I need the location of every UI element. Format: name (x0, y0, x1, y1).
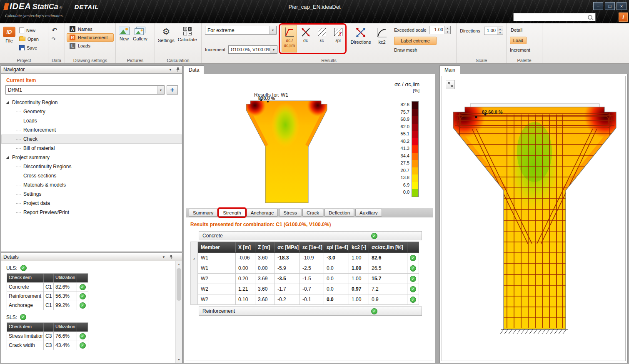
tab-auxiliary[interactable]: Auxiliary (355, 209, 382, 217)
collapse-arrow-icon[interactable]: ▼ (162, 255, 165, 259)
scroll-up-icon[interactable]: ▲ (176, 261, 182, 267)
tree-item-materials-models[interactable]: Materials & models (1, 180, 182, 189)
tree-item-settings[interactable]: Settings (1, 189, 182, 199)
collapse-arrow-icon[interactable]: ▼ (169, 68, 172, 72)
new-project-button[interactable]: New (17, 26, 40, 34)
tree-item-project-summary[interactable]: Project summary (1, 153, 182, 162)
tree-item-reinforcement[interactable]: Reinforcement (1, 125, 182, 135)
table-row[interactable]: W2 1.21 3.60 -1.7 -0.7 0.0 0.97 7.2 ✓ (198, 284, 419, 294)
table-row[interactable]: Concrete C1 82.6% ✓ (7, 283, 88, 292)
sigma-c-button[interactable]: σc (298, 25, 313, 52)
tab-crack[interactable]: Crack (302, 209, 323, 217)
reinforcement-toggle[interactable]: R Reinforcement (67, 33, 114, 42)
pin-icon[interactable] (176, 67, 180, 72)
palette-load-button[interactable]: Load (510, 37, 527, 44)
tree-expander-icon[interactable] (6, 101, 9, 104)
directions-button[interactable]: Directions (350, 25, 372, 52)
section-concrete[interactable]: Concrete ✓ (199, 231, 422, 240)
undo-button[interactable]: ↶ (50, 26, 63, 34)
pin-icon[interactable] (169, 254, 173, 259)
maximize-button[interactable]: □ (605, 2, 615, 10)
names-toggle[interactable]: A Names (67, 25, 114, 33)
cell: 99.2% (54, 301, 77, 310)
pier-reinforcement-figure[interactable] (450, 102, 619, 337)
tree-expander-icon[interactable] (6, 156, 9, 159)
file-button[interactable]: ID File (2, 25, 17, 57)
search-input[interactable] (515, 14, 588, 20)
picture-new-button[interactable]: New (117, 25, 131, 57)
epsilon-pl-icon: ! (333, 27, 344, 38)
table-row[interactable]: W2 0.10 3.60 -0.2 -0.1 0.0 1.00 0.9 ✓ (198, 294, 419, 305)
sigma-ratio-button[interactable]: σc / σc,lim (282, 25, 297, 52)
epsilon-c-button[interactable]: εc (314, 25, 329, 52)
tree-item-discontinuity-regions[interactable]: Discontinuity Regions (1, 162, 182, 171)
calculate-button[interactable]: Calculate (177, 25, 198, 57)
draw-mesh-button[interactable]: Draw mesh (394, 47, 417, 52)
tab-data[interactable]: Data (184, 65, 204, 74)
row-selector-column[interactable]: › (190, 242, 198, 305)
tree-item-report-preview-print[interactable]: Report Preview/Print (1, 208, 182, 217)
save-button[interactable]: Save (17, 44, 40, 52)
tree-item-check[interactable]: Check (1, 135, 182, 144)
tab-anchorage[interactable]: Anchorage (247, 209, 278, 217)
exceeded-scale-spinner[interactable]: 1.00 ▲▼ (429, 26, 451, 34)
scroll-down-icon[interactable]: ▼ (176, 357, 182, 363)
tab-stress[interactable]: Stress (279, 209, 301, 217)
spin-down-icon[interactable]: ▼ (445, 30, 450, 34)
tree-item-bill-of-material[interactable]: Bill of material (1, 144, 182, 153)
spin-up-icon[interactable]: ▲ (497, 27, 503, 31)
palette-detail-button[interactable]: Detail (511, 27, 522, 32)
table-row[interactable]: W1 -0.06 3.60 -18.3 -10.9 -3.0 1.00 82.6… (198, 253, 419, 263)
legend-value: 62.0 (395, 123, 412, 131)
save-floppy-icon (19, 45, 25, 50)
tree-item-discontinuity-region[interactable]: Discontinuity Region (1, 98, 182, 107)
tree-item-label: Settings (23, 191, 41, 197)
kc2-button[interactable]: kc2 (373, 25, 391, 52)
add-region-button[interactable]: + (167, 85, 178, 95)
loads-toggle[interactable]: L Loads (67, 42, 114, 50)
redo-button[interactable]: ↷ (50, 35, 63, 43)
tree-item-geometry[interactable]: Geometry (1, 107, 182, 116)
col-status (407, 242, 419, 252)
tab-summary[interactable]: Summary (189, 209, 217, 217)
scroll-thumb[interactable] (177, 268, 181, 301)
tree-item-cross-sections[interactable]: Cross-sections (1, 171, 182, 180)
section-reinforcement[interactable]: Reinforcement ✓ (199, 307, 422, 316)
tree-item-loads[interactable]: Loads (1, 116, 182, 125)
expand-view-button[interactable] (446, 80, 455, 89)
tab-strength[interactable]: Strength (219, 209, 245, 217)
gallery-button[interactable]: Gallery (132, 25, 149, 57)
table-row[interactable]: Anchorage C1 99.2% ✓ (7, 301, 88, 310)
legend-value: 27.5 (395, 160, 412, 167)
table-row[interactable]: Crack width C3 43.4% ✓ (7, 341, 88, 350)
close-button[interactable]: × (617, 2, 627, 10)
settings-button[interactable]: ⚙ Settings (157, 25, 176, 57)
palette-increment-button[interactable]: Increment (510, 47, 530, 52)
tree-item-project-data[interactable]: Project data (1, 199, 182, 208)
table-row[interactable]: Stress limitation C3 76.6% ✓ (7, 332, 88, 341)
tree-item-label: Bill of material (23, 145, 55, 151)
table-row[interactable]: Reinforcement C1 56.3% ✓ (7, 292, 88, 301)
scale-directions-spinner[interactable]: 1.00 ▲▼ (484, 27, 503, 35)
tab-deflection[interactable]: Deflection (324, 209, 354, 217)
status-ok-icon: ✓ (410, 286, 416, 292)
for-extreme-dropdown[interactable]: For extreme ▼ (205, 26, 277, 35)
label-extreme-button[interactable]: Label extreme (394, 37, 437, 45)
table-row[interactable]: W1 0.00 0.00 -5.9 -2.5 0.0 1.00 26.5 ✓ (198, 263, 419, 274)
tab-main[interactable]: Main (439, 65, 460, 74)
current-item-dropdown[interactable]: DRM1 ▼ (5, 85, 165, 95)
epsilon-pl-button[interactable]: ! εpl (330, 25, 346, 52)
pier-contour-figure[interactable] (244, 99, 329, 204)
open-button[interactable]: Open (17, 35, 40, 43)
info-button[interactable]: i (619, 12, 628, 22)
increment-dropdown[interactable]: G100.0%, V100.0% ▼ (228, 45, 277, 54)
legend-header: σc / σc,lim [%] (394, 81, 419, 93)
details-scrollbar[interactable]: ▲ ▼ (175, 261, 182, 363)
kc2-icon (376, 27, 388, 38)
cell: 3.60 (255, 284, 275, 294)
table-row[interactable]: W2 0.20 3.69 -3.5 -1.5 0.0 1.00 15.7 ✓ (198, 274, 419, 284)
spin-down-icon[interactable]: ▼ (497, 31, 503, 35)
minimize-button[interactable]: – (593, 2, 603, 10)
spin-up-icon[interactable]: ▲ (445, 26, 450, 30)
search-box[interactable] (513, 13, 596, 21)
